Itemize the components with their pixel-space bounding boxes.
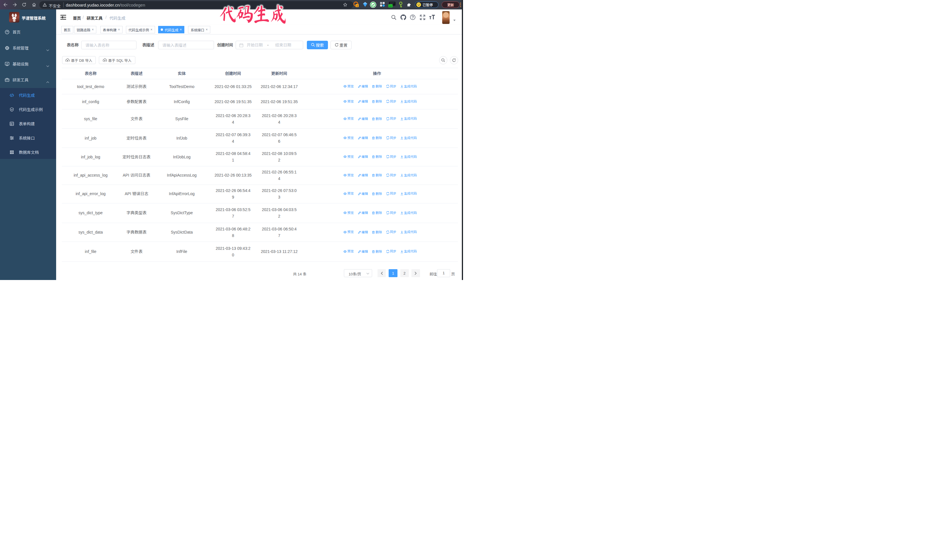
svg-text:1: 1 [356,4,358,7]
svg-text:on: on [389,5,392,8]
